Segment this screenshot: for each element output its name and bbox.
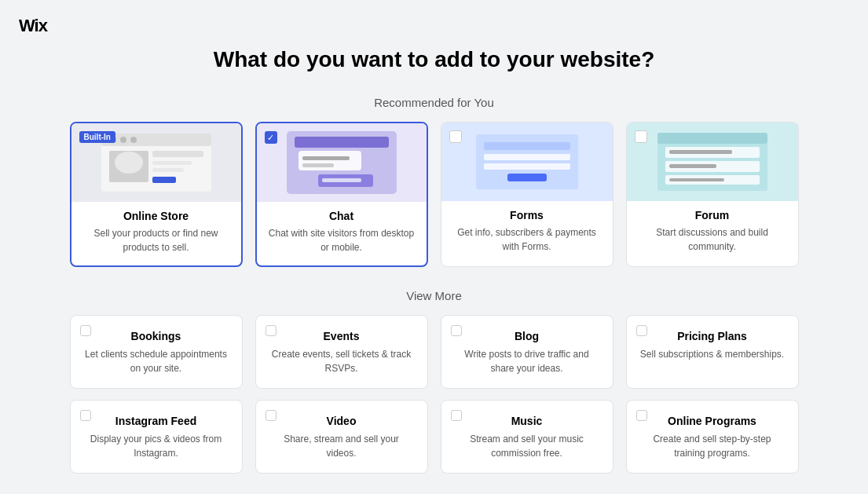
- card-title-instagram-feed: Instagram Feed: [83, 415, 229, 427]
- checkbox-pricing-plans: [636, 325, 647, 336]
- checkbox-bookings: [80, 325, 91, 336]
- view-more-row1: Bookings Let clients schedule appointmen…: [63, 315, 805, 389]
- svg-point-3: [120, 137, 126, 143]
- svg-rect-15: [302, 163, 334, 167]
- card-thumb-chat: [257, 123, 427, 202]
- svg-rect-14: [302, 156, 350, 160]
- card-desc-pricing-plans: Sell subscriptions & memberships.: [639, 347, 786, 361]
- card-forms[interactable]: Forms Get info, subscribers & payments w…: [441, 122, 613, 267]
- card-desc-forum: Start discussions and build community.: [638, 225, 787, 254]
- card-title-pricing-plans: Pricing Plans: [639, 330, 786, 342]
- card-events[interactable]: Events Create events, sell tickets & tra…: [255, 315, 428, 389]
- svg-rect-8: [152, 161, 192, 165]
- card-body-forms: Forms Get info, subscribers & payments w…: [441, 201, 613, 265]
- svg-rect-24: [657, 133, 767, 144]
- card-thumb-forum: [627, 123, 798, 201]
- card-body-chat: Chat Chat with site visitors from deskto…: [257, 202, 427, 265]
- card-desc-video: Share, stream and sell your videos.: [269, 432, 415, 460]
- svg-rect-17: [322, 178, 361, 182]
- svg-rect-20: [484, 154, 570, 160]
- card-desc-online-programs: Create and sell step-by-step training pr…: [639, 432, 786, 460]
- svg-rect-19: [484, 142, 570, 150]
- svg-rect-1: [101, 134, 211, 146]
- page-title: What do you want to add to your website?: [63, 47, 805, 72]
- card-desc-events: Create events, sell tickets & track RSVP…: [269, 347, 415, 375]
- card-video[interactable]: Video Share, stream and sell your videos…: [255, 400, 428, 474]
- checkbox-online-programs: [636, 410, 647, 421]
- svg-rect-10: [152, 177, 176, 183]
- card-desc-online-store: Sell your products or find new products …: [82, 226, 230, 254]
- card-forum[interactable]: Forum Start discussions and build commun…: [626, 122, 799, 267]
- builtin-badge: Built-In: [79, 131, 115, 143]
- card-blog[interactable]: Blog Write posts to drive traffic and sh…: [441, 315, 613, 389]
- card-title-online-programs: Online Programs: [639, 415, 786, 427]
- card-title-music: Music: [454, 415, 600, 427]
- checkbox-chat: [265, 131, 277, 144]
- card-chat[interactable]: Chat Chat with site visitors from deskto…: [255, 122, 428, 267]
- card-instagram-feed[interactable]: Instagram Feed Display your pics & video…: [70, 400, 243, 474]
- card-desc-chat: Chat with site visitors from desktop or …: [268, 226, 416, 254]
- svg-rect-21: [484, 163, 570, 170]
- svg-rect-22: [507, 174, 547, 181]
- card-desc-instagram-feed: Display your pics & videos from Instagra…: [83, 432, 229, 460]
- checkbox-events: [266, 325, 277, 336]
- card-title-online-store: Online Store: [82, 210, 230, 222]
- card-desc-forms: Get info, subscribers & payments with Fo…: [452, 225, 602, 254]
- checkbox-video: [266, 410, 277, 421]
- card-body-forum: Forum Start discussions and build commun…: [627, 201, 798, 265]
- card-desc-bookings: Let clients schedule appointments on you…: [83, 347, 229, 375]
- card-body-online-store: Online Store Sell your products or find …: [71, 202, 241, 265]
- card-desc-music: Stream and sell your music commission fr…: [454, 432, 600, 460]
- card-title-forms: Forms: [452, 209, 602, 221]
- svg-rect-9: [152, 168, 184, 172]
- checkbox-instagram-feed: [80, 410, 91, 421]
- wix-logo: Wix: [19, 16, 47, 36]
- svg-rect-28: [669, 164, 716, 168]
- svg-rect-7: [152, 151, 203, 157]
- svg-rect-26: [669, 150, 732, 154]
- svg-rect-13: [298, 151, 361, 170]
- svg-rect-12: [295, 137, 389, 148]
- checkbox-music: [451, 410, 462, 421]
- card-title-chat: Chat: [268, 210, 416, 222]
- card-title-blog: Blog: [454, 330, 600, 342]
- recommended-label: Recommended for You: [63, 96, 805, 109]
- card-thumb-forms: [441, 123, 613, 201]
- card-bookings[interactable]: Bookings Let clients schedule appointmen…: [70, 315, 243, 389]
- card-title-forum: Forum: [638, 209, 787, 221]
- card-pricing-plans[interactable]: Pricing Plans Sell subscriptions & membe…: [626, 315, 799, 389]
- checkbox-forms: [449, 130, 462, 143]
- card-online-store[interactable]: Built-In Online Store Se: [70, 122, 243, 267]
- recommended-cards-row: Built-In Online Store Se: [63, 122, 805, 267]
- main-container: What do you want to add to your website?…: [0, 0, 868, 494]
- checkbox-forum: [635, 130, 647, 143]
- view-more-row2: Instagram Feed Display your pics & video…: [63, 400, 805, 474]
- svg-point-6: [115, 152, 143, 174]
- card-title-events: Events: [269, 330, 415, 342]
- checkbox-blog: [451, 325, 462, 336]
- card-music[interactable]: Music Stream and sell your music commiss…: [441, 400, 613, 474]
- svg-point-4: [130, 137, 137, 143]
- card-title-video: Video: [269, 415, 415, 427]
- card-title-bookings: Bookings: [83, 330, 229, 342]
- card-desc-blog: Write posts to drive traffic and share y…: [454, 347, 600, 375]
- view-more-label: View More: [63, 289, 805, 302]
- card-online-programs[interactable]: Online Programs Create and sell step-by-…: [626, 400, 799, 474]
- svg-rect-30: [669, 178, 724, 181]
